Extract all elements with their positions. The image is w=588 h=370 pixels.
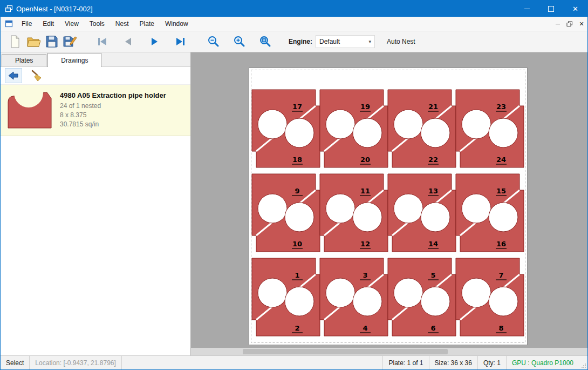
nested-part-pair[interactable]: 1516: [456, 174, 524, 252]
minimize-icon: [524, 9, 530, 9]
pipe-hole-top: [462, 194, 491, 223]
part-number-label: 11: [360, 187, 370, 195]
zoom-in-button[interactable]: [230, 33, 249, 50]
maximize-button[interactable]: [539, 1, 563, 17]
nested-part-pair[interactable]: 1718: [252, 90, 320, 167]
pipe-hole-bottom: [285, 118, 314, 147]
menu-file[interactable]: File: [16, 18, 37, 30]
zoom-out-button[interactable]: [204, 33, 223, 50]
part-number-label: 8: [498, 324, 503, 332]
drawing-title: 4980 A05 Extraction pipe holder: [60, 91, 166, 99]
status-plate: Plate: 1 of 1: [382, 356, 428, 369]
status-qty: Qty: 1: [477, 356, 506, 369]
pipe-hole-bottom: [489, 203, 518, 232]
tab-drawings[interactable]: Drawings: [47, 53, 101, 67]
app-icon: [5, 5, 13, 12]
drawing-thumbnail: [6, 91, 53, 130]
nest-canvas[interactable]: 171819202122232491011121314151612345678: [191, 52, 587, 355]
zoom-in-icon: [233, 35, 246, 48]
child-close-icon: ✕: [579, 21, 584, 28]
status-gpu: GPU : Quadro P1000: [506, 356, 579, 369]
part-number-label: 3: [363, 271, 367, 279]
nested-part-pair[interactable]: 12: [252, 258, 320, 336]
status-location: Location: [-0.9437, 21.8796]: [30, 356, 121, 369]
zoom-out-icon: [207, 35, 220, 48]
new-button[interactable]: [6, 33, 24, 50]
statusbar: Select Location: [-0.9437, 21.8796] Plat…: [1, 355, 587, 369]
pipe-hole-top: [394, 110, 423, 139]
next-plate-button[interactable]: [145, 33, 163, 50]
nested-part-pair[interactable]: 2122: [388, 90, 456, 167]
nested-part-pair[interactable]: 56: [388, 258, 456, 336]
window-title: OpenNest - [N0317-002]: [16, 5, 93, 13]
main-toolbar: Engine: Default ▾ Auto Nest: [1, 31, 587, 52]
clean-button[interactable]: [29, 69, 45, 83]
drawing-list-item[interactable]: 4980 A05 Extraction pipe holder 24 of 1 …: [1, 84, 190, 136]
minimize-button[interactable]: [515, 1, 539, 17]
nested-part-pair[interactable]: 78: [456, 258, 524, 336]
save-button[interactable]: [43, 33, 61, 50]
part-number-label: 6: [430, 324, 435, 332]
scrollbar-thumb[interactable]: [243, 349, 448, 354]
menu-window[interactable]: Window: [160, 18, 194, 30]
menu-tools[interactable]: Tools: [84, 18, 110, 30]
pipe-hole-bottom: [285, 203, 314, 232]
pipe-hole-top: [258, 110, 287, 139]
part-number-label: 1: [295, 271, 299, 279]
nested-part-pair[interactable]: 1112: [320, 174, 388, 252]
part-number-label: 12: [360, 240, 370, 248]
menu-nest[interactable]: Nest: [110, 18, 134, 30]
child-restore-button[interactable]: [564, 18, 576, 29]
part-number-label: 4: [363, 324, 367, 332]
child-minimize-icon: [556, 24, 560, 24]
resize-grip[interactable]: [579, 356, 587, 369]
part-number-label: 22: [428, 156, 438, 164]
sidebar: Plates Drawings: [1, 52, 191, 355]
menu-edit[interactable]: Edit: [37, 18, 59, 30]
return-to-drawings-button[interactable]: [5, 68, 22, 83]
pipe-hole-top: [326, 194, 355, 223]
menu-plate[interactable]: Plate: [134, 18, 160, 30]
save-as-button[interactable]: [61, 33, 79, 50]
nested-part-pair[interactable]: 34: [320, 258, 388, 336]
auto-nest-button[interactable]: Auto Nest: [387, 38, 415, 45]
pipe-hole-bottom: [285, 287, 314, 316]
pipe-hole-top: [326, 110, 355, 139]
child-close-button[interactable]: ✕: [576, 18, 587, 29]
part-number-label: 19: [360, 103, 370, 111]
zoom-fit-icon: [259, 35, 272, 48]
nested-part-pair[interactable]: 1920: [320, 90, 388, 167]
arrow-back-icon: [8, 71, 19, 80]
menu-view[interactable]: View: [59, 18, 84, 30]
close-button[interactable]: ✕: [563, 1, 587, 17]
open-folder-icon: [26, 36, 40, 48]
part-number-label: 23: [496, 103, 506, 111]
engine-label: Engine:: [289, 38, 312, 45]
chevron-down-icon: ▾: [368, 39, 371, 44]
pipe-hole-top: [462, 278, 491, 307]
save-edit-icon: [63, 35, 77, 48]
pipe-hole-bottom: [353, 287, 382, 316]
save-icon: [45, 35, 58, 48]
part-number-label: 5: [430, 271, 435, 279]
horizontal-scrollbar[interactable]: [191, 348, 587, 355]
drawings-toolbar: [1, 67, 190, 84]
nested-part-pair[interactable]: 1314: [388, 174, 456, 252]
engine-select[interactable]: Default ▾: [316, 35, 375, 48]
plate[interactable]: 171819202122232491011121314151612345678: [249, 68, 528, 345]
tab-plates[interactable]: Plates: [2, 54, 46, 66]
zoom-fit-button[interactable]: [256, 33, 275, 50]
first-plate-button[interactable]: [93, 33, 112, 50]
last-plate-button[interactable]: [171, 33, 189, 50]
part-number-label: 2: [295, 324, 299, 332]
child-restore-icon: [566, 21, 573, 27]
child-minimize-button[interactable]: [552, 18, 564, 29]
open-button[interactable]: [24, 33, 43, 50]
nested-part-pair[interactable]: 910: [252, 174, 320, 252]
nested-part-pair[interactable]: 2324: [456, 90, 524, 167]
plate-drawing[interactable]: 171819202122232491011121314151612345678: [249, 68, 527, 345]
drawing-info: 4980 A05 Extraction pipe holder 24 of 1 …: [60, 89, 166, 130]
previous-plate-button[interactable]: [119, 33, 138, 50]
pipe-hole-bottom: [353, 118, 382, 147]
pipe-hole-bottom: [421, 287, 450, 316]
